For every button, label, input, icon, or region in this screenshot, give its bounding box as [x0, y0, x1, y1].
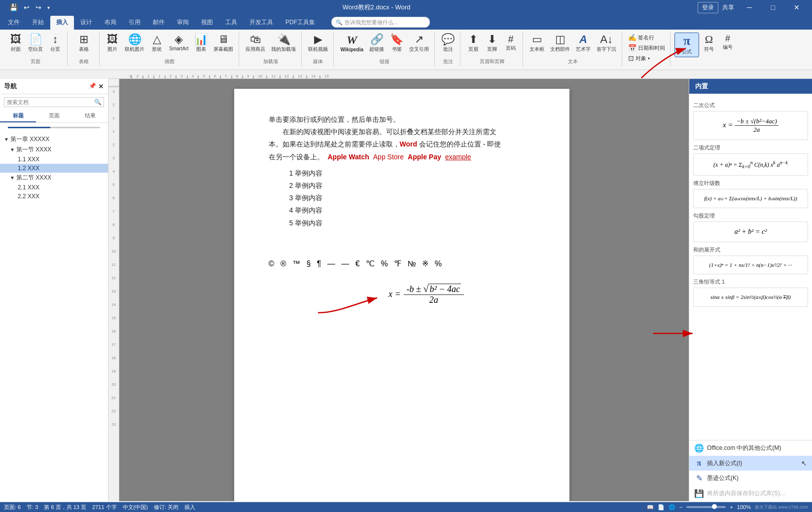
view-web-btn[interactable]: 🌐	[669, 504, 675, 511]
btn-hyperlink[interactable]: 🔗超链接	[367, 33, 387, 54]
nav-tab-results[interactable]: 结果	[72, 110, 108, 122]
btn-chart[interactable]: 📊图表	[192, 33, 210, 54]
tab-review[interactable]: 审阅	[171, 16, 195, 30]
nav-search-icon[interactable]: 🔍	[92, 98, 104, 107]
eq-item-binomial[interactable]: (x + a)ⁿ = Σk=0n C(n,k) xk an−k	[693, 153, 808, 176]
document-area[interactable]: 单击要添加行或列的位置，然后单击加号。 在新的阅读视图中阅读更加容易。可以折叠文…	[119, 79, 689, 501]
btn-shapes[interactable]: △形状	[148, 33, 166, 54]
eq-menu-insert[interactable]: π 插入新公式(I) ↖	[689, 456, 812, 471]
tree-item-s11[interactable]: 1.1 XXX	[0, 155, 108, 164]
btn-symbol[interactable]: Ω 符号	[700, 33, 718, 54]
eq-item-pythagorean[interactable]: a² + b² = c²	[693, 221, 808, 242]
minimize-btn[interactable]: ─	[738, 0, 761, 15]
tab-layout[interactable]: 布局	[99, 16, 122, 30]
group-addins: 🛍应用商店 🔌我的加载项 加载项	[240, 32, 302, 66]
save-btn[interactable]: 💾	[8, 2, 19, 12]
btn-online-pic[interactable]: 🌐联机图片	[122, 33, 147, 54]
btn-smartart[interactable]: ◈SmartArt	[167, 33, 191, 53]
cursor-indicator: ↖	[801, 459, 807, 467]
label-s21: 2.1 XXX	[18, 184, 104, 191]
undo-btn[interactable]: ↩	[22, 2, 31, 12]
btn-video[interactable]: ▶联机视频	[306, 33, 330, 54]
nav-close-btn[interactable]: ✕	[98, 82, 104, 90]
object-dropdown[interactable]: ▾	[648, 56, 650, 61]
btn-dropcap[interactable]: A↓首字下沉	[594, 33, 619, 54]
btn-comment[interactable]: 💬批注	[439, 33, 457, 54]
btn-signline[interactable]: ✍签名行	[626, 33, 656, 42]
tree-item-s22[interactable]: 2.2 XXX	[0, 192, 108, 201]
eq-menu-ink[interactable]: ✎ 墨迹公式(K)	[689, 471, 812, 486]
eq-item-fourier[interactable]: f(x) = a₀ + Σ(aₙcos(nπx/L) + bₙsin(nπx/L…	[693, 189, 808, 208]
btn-number[interactable]: # 编号	[719, 33, 737, 52]
btn-picture[interactable]: 🖼图片	[104, 33, 121, 54]
btn-wordart[interactable]: A艺术字	[573, 33, 593, 54]
login-btn[interactable]: 登录	[698, 2, 718, 13]
eq-panel-content[interactable]: 二次公式 x = −b ± √(b²−4ac) 2a 二项式定理 (x + a)…	[689, 94, 812, 440]
header-icon: ⬆	[469, 34, 478, 45]
tree-item-ch1[interactable]: ▼ 第一章 XXXXX	[0, 134, 108, 145]
tab-dev[interactable]: 开发工具	[244, 16, 279, 30]
btn-equation[interactable]: π 公式	[674, 33, 699, 57]
eq-item-quadratic[interactable]: x = −b ± √(b²−4ac) 2a	[693, 111, 808, 140]
tab-file[interactable]: 文件	[2, 16, 26, 30]
nav-tab-pages[interactable]: 页面	[36, 110, 72, 122]
btn-wikipedia[interactable]: WWikipedia	[338, 33, 366, 54]
tab-design[interactable]: 设计	[74, 16, 98, 30]
tab-mail[interactable]: 邮件	[147, 16, 171, 30]
tab-references[interactable]: 引用	[123, 16, 146, 30]
title-bar: 💾 ↩ ↪ ▾ Word教程2.docx - Word 登录 共享 ─ □ ✕	[0, 0, 812, 15]
redo-btn[interactable]: ↪	[34, 2, 43, 12]
status-language[interactable]: 中文(中国)	[123, 504, 148, 511]
tree-item-s1[interactable]: ▼ 第一节 XXXX	[0, 145, 108, 155]
ribbon-search[interactable]: 🔍 告诉我您想要做什么...	[331, 17, 430, 28]
status-page[interactable]: 页面: 6	[4, 504, 21, 511]
btn-screenshot[interactable]: 🖥屏幕截图	[211, 33, 236, 54]
tab-pdf[interactable]: PDF工具集	[280, 16, 321, 30]
eq-item-expansion[interactable]: (1+x)ⁿ = 1 + nx/1! + n(n−1)x²/2! + ···	[693, 256, 808, 274]
btn-crossref[interactable]: ↗交叉引用	[407, 33, 431, 54]
tree-item-s21[interactable]: 2.1 XXX	[0, 183, 108, 192]
btn-bookmark[interactable]: 🔖书签	[388, 33, 406, 54]
view-print-btn[interactable]: 📄	[658, 504, 665, 511]
btn-pagenum[interactable]: #页码	[502, 33, 520, 53]
btn-docparts[interactable]: ◫文档部件	[548, 33, 572, 54]
status-insert-mode[interactable]: 插入	[184, 504, 195, 511]
tree-item-s2[interactable]: ▼ 第二节 XXXX	[0, 173, 108, 183]
eq-menu-save[interactable]: 💾 将所选内容保存到公式库(S)...	[689, 486, 812, 501]
btn-object[interactable]: ⊡对象▾	[626, 53, 652, 63]
nav-pin-btn[interactable]: 📌	[89, 82, 96, 90]
btn-header[interactable]: ⬆页眉	[464, 33, 482, 54]
nav-tab-headings[interactable]: 标题	[0, 110, 36, 122]
btn-table[interactable]: ⊞表格	[71, 33, 96, 54]
tab-insert[interactable]: 插入	[50, 16, 74, 30]
btn-textbox[interactable]: ▭文本框	[527, 33, 547, 54]
maximize-btn[interactable]: □	[762, 0, 784, 15]
more-btn[interactable]: ▾	[46, 4, 51, 11]
nav-search-input[interactable]	[4, 98, 92, 107]
eq-panel-title: 内置	[695, 82, 708, 90]
group-hf-items: ⬆页眉 ⬇页脚 #页码	[464, 32, 520, 57]
share-btn[interactable]: 共享	[722, 3, 734, 12]
tab-home[interactable]: 开始	[26, 16, 50, 30]
btn-footer[interactable]: ⬇页脚	[483, 33, 501, 54]
eq-menu-office[interactable]: 🌐 Office.com 中的其他公式(M)	[689, 440, 812, 456]
zoom-handle[interactable]	[712, 504, 717, 509]
eq-item-trig[interactable]: sinα ± sinβ = 2sin½(α±β)cos½(α∓β)	[693, 288, 808, 307]
zoom-out-btn[interactable]: −	[679, 504, 682, 510]
tree-item-s12[interactable]: 1.2 XXX	[0, 164, 108, 173]
zoom-in-btn[interactable]: +	[730, 504, 733, 510]
btn-store[interactable]: 🛍应用商店	[243, 33, 268, 54]
nav-search[interactable]: 🔍	[4, 97, 104, 107]
btn-pagebreak[interactable]: ↕分页	[46, 33, 64, 54]
btn-blank-page[interactable]: 📄空白页	[26, 33, 45, 54]
btn-myaddin[interactable]: 🔌我的加载项	[269, 33, 298, 54]
view-read-btn[interactable]: 📖	[647, 504, 654, 511]
status-track: 修订: 关闭	[154, 504, 178, 511]
close-btn[interactable]: ✕	[785, 0, 808, 15]
tab-tools[interactable]: 工具	[219, 16, 243, 30]
eq-formula-pythagorean: a² + b² = c²	[698, 226, 804, 238]
btn-datetime[interactable]: 📅日期和时间	[626, 43, 667, 53]
eq-menu-ink-label: 墨迹公式(K)	[707, 474, 739, 482]
tab-view[interactable]: 视图	[195, 16, 219, 30]
btn-cover[interactable]: 🖼封面	[7, 33, 25, 54]
